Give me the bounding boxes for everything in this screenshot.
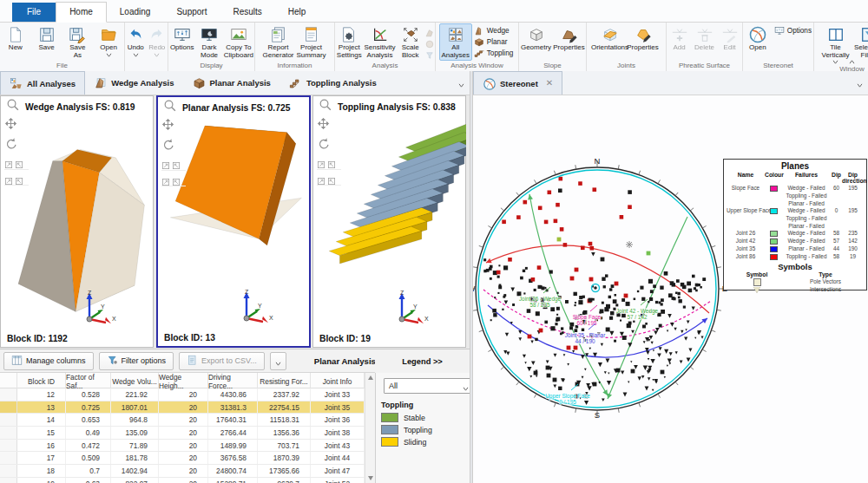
table-cell: 0.725 xyxy=(66,401,111,414)
zoom-window-icon[interactable] xyxy=(327,173,336,186)
pan-icon[interactable] xyxy=(317,117,341,134)
ribbon-button-new[interactable]: New xyxy=(0,23,31,54)
ribbon-button-edit[interactable]: Edit xyxy=(717,23,742,54)
zoom-window-icon[interactable] xyxy=(317,157,326,169)
menu-tab-results[interactable]: Results xyxy=(220,3,274,22)
ribbon-button-add[interactable]: Add xyxy=(667,23,692,54)
table-cell: Joint 47 xyxy=(311,465,365,477)
ribbon-button-options[interactable]: Options xyxy=(168,23,195,54)
column-header[interactable]: Factor of Saf... xyxy=(66,373,111,390)
zoom-window-icon[interactable] xyxy=(172,174,181,186)
ribbon-button-label: Properties xyxy=(627,44,658,52)
doc-tab-planar-analysis[interactable]: Planar Analysis xyxy=(184,71,280,95)
ribbon-button-dark-mode[interactable]: DarkMode xyxy=(195,23,222,61)
ribbon-button-project-settings[interactable]: ProjectSettings xyxy=(335,23,364,61)
ribbon-button-planar[interactable]: Planar xyxy=(472,36,516,48)
zoom-window-icon[interactable] xyxy=(327,157,336,169)
ribbon-button-redo[interactable]: Redo xyxy=(147,23,168,58)
table-cell: 0.7 xyxy=(66,465,111,477)
tab-overflow-chevron-icon[interactable] xyxy=(458,75,464,91)
table-row-block-18[interactable]: 180.71402.942024800.7417365.66Joint 47 xyxy=(0,465,374,478)
rotate-icon[interactable] xyxy=(4,137,29,153)
ribbon-tiny-buttons[interactable] xyxy=(424,23,435,59)
ribbon-button-properties[interactable]: Properties xyxy=(627,23,660,54)
table-scrollbar[interactable] xyxy=(365,373,375,483)
filter-options-button[interactable]: Filter options xyxy=(99,352,174,370)
zoom-window-icon[interactable] xyxy=(4,157,13,169)
table-row-block-12[interactable]: 120.528221.92204430.862337.92Joint 33 xyxy=(0,388,374,401)
zoom-window-icon[interactable] xyxy=(15,173,23,186)
ribbon-button-label: Edit xyxy=(724,44,736,52)
ribbon-button-copy-to-clipboard[interactable]: Copy ToClipboard xyxy=(223,23,254,61)
tab-overflow-chevron-icon[interactable] xyxy=(857,75,863,91)
menu-tab-help[interactable]: Help xyxy=(275,3,319,22)
table-row-block-14[interactable]: 140.653964.82017640.3111518.31Joint 36 xyxy=(0,414,374,427)
table-row-block-16[interactable]: 160.47271.89201489.99703.71Joint 43 xyxy=(0,440,374,453)
column-header[interactable]: Wedge Volu... xyxy=(111,373,159,390)
scroll-down-icon[interactable] xyxy=(368,476,373,480)
menu-tab-loading[interactable]: Loading xyxy=(107,3,164,22)
column-header[interactable]: Resisting For... xyxy=(258,373,311,390)
ribbon-button-sensitivity-analysis[interactable]: SensitivityAnalysis xyxy=(364,23,397,61)
menu-tab-support[interactable]: Support xyxy=(163,3,220,22)
ribbon-button-open[interactable]: Open xyxy=(93,23,124,58)
analysis-panel-planar[interactable]: Planar Analysis FS: 0.725 ZYXBlock ID: 1… xyxy=(156,95,311,348)
ribbon-button-scale-block[interactable]: ScaleBlock xyxy=(397,23,425,61)
table-cell: 0.509 xyxy=(66,452,111,464)
zoom-window-icon[interactable] xyxy=(161,158,170,170)
plane-dip-direction xyxy=(842,193,864,200)
table-row-block-13[interactable]: 130.7251807.012031381.322754.15Joint 35 xyxy=(0,401,374,414)
table-cell: 703.71 xyxy=(258,440,311,452)
zoom-window-icon[interactable] xyxy=(15,157,23,169)
export-dropdown-button[interactable] xyxy=(270,352,286,370)
ribbon-button-geometry[interactable]: Geometry xyxy=(520,23,553,54)
doc-tab-all-analyses[interactable]: All Analyses xyxy=(0,71,85,95)
column-header[interactable]: Driving Force... xyxy=(208,373,258,390)
legend-filter-select[interactable]: All xyxy=(384,378,474,394)
pan-icon[interactable] xyxy=(161,118,186,134)
close-icon[interactable]: ✕ xyxy=(546,79,553,88)
table-row-block-15[interactable]: 150.49135.09202766.441356.36Joint 38 xyxy=(0,427,374,440)
zoom-window-icon[interactable] xyxy=(317,173,326,186)
plane-failure: Toppling - Failed xyxy=(782,193,831,200)
menu-tab-file[interactable]: File xyxy=(12,3,56,22)
ribbon-button-undo[interactable]: Undo xyxy=(125,23,147,58)
ribbon-button-properties[interactable]: Properties xyxy=(553,23,586,54)
ribbon-button-toppling[interactable]: Toppling xyxy=(472,48,516,59)
manage-columns-button[interactable]: Manage columns xyxy=(3,352,94,370)
table-row-block-17[interactable]: 170.509181.78203676.581870.39Joint 44 xyxy=(0,452,374,465)
analysis-panel-toppling[interactable]: Toppling Analysis FS: 0.838 ZYXBlock ID:… xyxy=(312,95,466,348)
rotate-icon[interactable] xyxy=(161,138,186,154)
doc-tab-toppling-analysis[interactable]: Toppling Analysis xyxy=(280,71,386,95)
column-header[interactable]: Block ID xyxy=(17,373,66,390)
export-csv-button[interactable]: Export to CSV... xyxy=(179,352,265,370)
rotate-icon[interactable] xyxy=(317,137,341,153)
zoom-window-icon[interactable] xyxy=(4,173,13,186)
doc-tab-wedge-analysis[interactable]: Wedge Analysis xyxy=(85,71,183,95)
pan-icon[interactable] xyxy=(4,117,29,134)
ribbon-button-project-summary[interactable]: ProjectSummary xyxy=(295,23,328,61)
ribbon-collapse-chevron-icon[interactable] xyxy=(849,52,861,62)
zoom-window-icon[interactable] xyxy=(172,158,181,170)
ribbon-button-all-analyses[interactable]: AllAnalyses xyxy=(439,23,472,61)
doc-tab-stereonet[interactable]: Stereonet✕ xyxy=(473,71,562,95)
menu-tab-home[interactable]: Home xyxy=(56,2,107,23)
ribbon-button-orientations[interactable]: Orientations xyxy=(594,23,627,54)
table-row-block-19[interactable]: 190.63822.972015289.719639.7Joint 52 xyxy=(0,478,374,483)
ribbon-button-save-as[interactable]: SaveAs xyxy=(62,23,94,61)
ribbon-button-save[interactable]: Save xyxy=(31,23,62,54)
ribbon-button-options[interactable]: Options xyxy=(773,25,813,36)
ribbon-button-wedge[interactable]: Wedge xyxy=(472,25,516,36)
analysis-panel-wedge[interactable]: Wedge Analysis FS: 0.819 ZYXBlock ID: 11… xyxy=(0,95,154,348)
ribbon-button-tile-vertically[interactable]: TileVertically xyxy=(819,23,852,65)
scroll-up-icon[interactable] xyxy=(368,375,373,380)
block-id-label: Block ID: 13 xyxy=(164,333,215,343)
plane-color-chip xyxy=(765,200,782,208)
table-cell: Joint 43 xyxy=(311,440,365,452)
column-header[interactable]: Joint Info xyxy=(311,373,365,390)
column-header[interactable]: Wedge Heigh... xyxy=(159,373,208,390)
ribbon-button-open[interactable]: Open xyxy=(743,23,773,54)
zoom-window-icon[interactable] xyxy=(161,174,170,186)
ribbon-button-delete[interactable]: Delete xyxy=(692,23,717,54)
ribbon-button-report-generator[interactable]: ReportGenerator xyxy=(262,23,295,61)
